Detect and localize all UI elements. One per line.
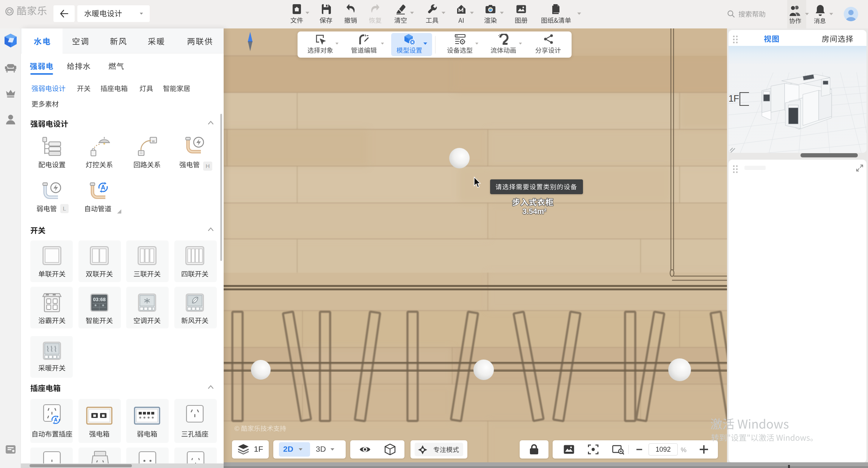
svg-text:03:68: 03:68 — [93, 297, 105, 302]
